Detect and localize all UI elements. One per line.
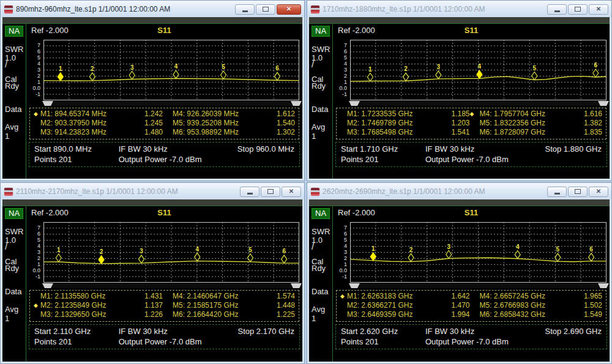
active-marker-indicator	[340, 128, 347, 137]
marker-diamond-4[interactable]	[515, 251, 520, 259]
marker-diamond-2[interactable]	[89, 73, 95, 81]
marker-diamond-2[interactable]	[99, 256, 104, 264]
channel-badge[interactable]: NA	[312, 208, 330, 219]
scale-label[interactable]: 1.0/	[312, 237, 332, 250]
format-label[interactable]: SWR	[5, 45, 26, 54]
marker-diamond-4[interactable]	[477, 70, 482, 78]
plot-area[interactable]: 123456	[350, 222, 606, 283]
marker-number-6: 6	[275, 65, 279, 72]
minimize-button[interactable]	[547, 4, 567, 15]
minimize-button[interactable]	[240, 187, 259, 197]
close-icon: ✕	[596, 6, 601, 12]
scroll-handle-left-icon[interactable]	[42, 101, 53, 106]
active-marker-indicator: ◆	[34, 110, 40, 119]
marker-diamond-1[interactable]	[56, 254, 61, 262]
plot-scrollbar[interactable]	[350, 101, 608, 106]
marker-frequency-4: M4: 1.7957704 GHz	[480, 110, 570, 119]
marker-diamond-5[interactable]	[532, 72, 537, 80]
plot-area[interactable]: 123456	[43, 222, 299, 283]
restore-button[interactable]	[261, 187, 280, 197]
plot-scrollbar[interactable]	[350, 283, 608, 288]
plot-area[interactable]: 123456	[350, 40, 606, 100]
titlebar[interactable]: 1710mhz-1880mhz_lte.s1p 1/1/0001 12:00:0…	[307, 1, 611, 17]
y-tick-label: 6	[344, 49, 347, 54]
plot-scrollbar[interactable]	[43, 283, 300, 288]
channel-sidebar: NA SWR 1.0/ CalRdy Data Avg1	[309, 24, 332, 179]
output-power: Output Power -7.0 dBm	[425, 154, 528, 165]
scroll-handle-right-icon[interactable]	[598, 283, 609, 288]
y-tick-label: 2	[37, 73, 40, 79]
titlebar[interactable]: 2620mhz-2690mhz_lte.s1p 1/1/0001 12:00:0…	[307, 183, 611, 199]
scroll-handle-left-icon[interactable]	[42, 283, 53, 288]
scroll-handle-left-icon[interactable]	[349, 283, 360, 288]
channel-badge[interactable]: NA	[5, 26, 23, 37]
marker-diamond-6[interactable]	[275, 72, 280, 80]
plot-scrollbar[interactable]	[43, 101, 300, 106]
y-tick-label: 5	[37, 237, 40, 243]
marker-diamond-5[interactable]	[555, 253, 561, 261]
active-marker-indicator	[34, 292, 40, 301]
marker-diamond-1[interactable]	[367, 73, 373, 81]
window-2110mhz-2170mhz: 2110mhz-2170mhz_lte.s1p 1/1/0001 12:00:0…	[0, 182, 305, 364]
marker-frequency-2: M2: 1.7469789 GHz	[347, 119, 437, 128]
marker-diamond-2[interactable]	[408, 254, 414, 262]
marker-value-6: 1.549	[569, 310, 602, 319]
start-frequency: Start 1.710 GHz	[341, 144, 425, 154]
marker-diamond-5[interactable]	[248, 254, 253, 262]
marker-diamond-4[interactable]	[195, 253, 200, 261]
format-label[interactable]: SWR	[312, 45, 332, 54]
marker-diamond-3[interactable]	[139, 255, 144, 263]
sweep-points: Points 201	[34, 336, 119, 347]
marker-diamond-6[interactable]	[589, 253, 594, 261]
restore-button[interactable]	[568, 187, 588, 197]
restore-button[interactable]	[256, 4, 275, 15]
restore-button[interactable]	[568, 4, 588, 15]
scroll-handle-right-icon[interactable]	[291, 101, 302, 106]
close-button[interactable]: ✕	[277, 4, 301, 15]
marker-number-1: 1	[371, 245, 375, 252]
marker-frequency-6: M6: 2.1664420 GHz	[173, 310, 262, 319]
titlebar[interactable]: 2110mhz-2170mhz_lte.s1p 1/1/0001 12:00:0…	[1, 183, 304, 199]
channel-badge[interactable]: NA	[5, 208, 23, 219]
active-marker-indicator	[340, 310, 347, 319]
minimize-button[interactable]	[547, 187, 567, 197]
titlebar[interactable]: 890mhz-960mhz_lte.s1p 1/1/0001 12:00:00 …	[1, 1, 304, 17]
marker-diamond-1[interactable]	[370, 253, 376, 261]
marker-diamond-6[interactable]	[282, 255, 287, 263]
scroll-handle-right-icon[interactable]	[291, 283, 302, 288]
minimize-button[interactable]	[235, 4, 255, 15]
marker-diamond-1[interactable]	[58, 73, 63, 81]
marker-frequency-5: M5: 1.8322356 GHz	[480, 119, 570, 128]
marker-diamond-4[interactable]	[173, 70, 179, 78]
scroll-handle-left-icon[interactable]	[349, 101, 360, 106]
stop-frequency: Stop 2.170 GHz	[221, 326, 294, 336]
marker-frequency-4: M4: 2.1460647 GHz	[173, 292, 262, 301]
scale-label[interactable]: 1.0/	[5, 237, 26, 250]
close-button[interactable]: ✕	[589, 187, 608, 197]
marker-frequency-2: M2: 903.37950 MHz	[40, 119, 130, 128]
window-1710mhz-1880mhz: 1710mhz-1880mhz_lte.s1p 1/1/0001 12:00:0…	[307, 0, 612, 181]
channel-badge[interactable]: NA	[312, 26, 330, 37]
plot-area[interactable]: 123456	[43, 40, 299, 100]
marker-diamond-3[interactable]	[436, 71, 441, 79]
marker-number-4: 4	[196, 246, 200, 253]
marker-diamond-6[interactable]	[593, 69, 599, 77]
data-label: Data	[5, 287, 26, 296]
marker-diamond-3[interactable]	[129, 72, 135, 80]
avg-status: Avg1	[5, 305, 26, 323]
scale-label[interactable]: 1.0/	[312, 54, 332, 67]
marker-diamond-3[interactable]	[446, 251, 452, 259]
marker-number-6: 6	[282, 248, 286, 254]
format-label[interactable]: SWR	[5, 227, 26, 236]
sweep-points: Points 201	[34, 154, 119, 165]
marker-diamond-2[interactable]	[403, 73, 409, 81]
close-button[interactable]: ✕	[282, 187, 301, 197]
y-tick-label: -1	[342, 274, 347, 280]
format-label[interactable]: SWR	[312, 227, 332, 236]
window-content: NA SWR 1.0/ CalRdy Data Avg1 Ref -2.000 …	[309, 199, 610, 362]
marker-diamond-5[interactable]	[221, 71, 226, 79]
close-button[interactable]: ✕	[589, 4, 608, 15]
scale-label[interactable]: 1.0/	[5, 54, 26, 67]
touchstone-file-icon	[4, 188, 13, 196]
scroll-handle-right-icon[interactable]	[598, 101, 609, 106]
